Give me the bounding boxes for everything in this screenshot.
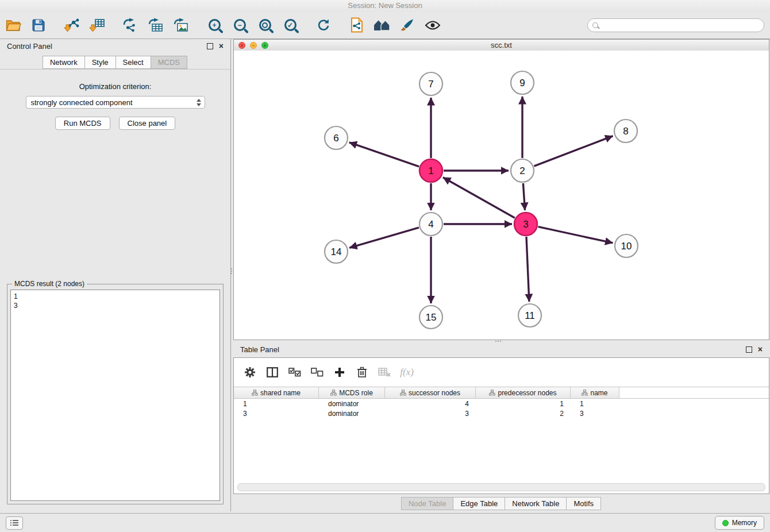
graph-node-4[interactable]: 4 xyxy=(419,213,442,236)
graph-node-3[interactable]: 3 xyxy=(514,213,537,236)
search-input[interactable] xyxy=(602,21,759,30)
save-session-button[interactable] xyxy=(29,15,48,36)
column-header-name[interactable]: name xyxy=(571,387,619,398)
zoom-in-button[interactable]: + xyxy=(205,15,224,36)
table-row[interactable]: 1dominator411 xyxy=(234,399,769,408)
zoom-in-icon: + xyxy=(209,19,221,31)
tab-network-table[interactable]: Network Table xyxy=(505,497,567,510)
main-toolbar: + − ✓ xyxy=(0,11,770,39)
import-network-button[interactable] xyxy=(62,15,82,36)
toolbar-search[interactable] xyxy=(587,18,764,32)
column-header-MCDS-role[interactable]: MCDS role xyxy=(319,387,385,398)
graph-node-10[interactable]: 10 xyxy=(615,234,638,257)
task-history-button[interactable] xyxy=(6,516,23,530)
floppy-disk-icon xyxy=(32,18,45,32)
graph-node-8[interactable]: 8 xyxy=(614,119,637,142)
column-tree-icon xyxy=(582,390,588,396)
graph-node-14[interactable]: 14 xyxy=(325,240,348,263)
tab-style[interactable]: Style xyxy=(84,56,116,69)
mcds-result-groupbox: MCDS result (2 nodes) 13 xyxy=(7,284,224,504)
function-builder-button[interactable]: f(x) xyxy=(400,365,414,379)
graph-edge-2-3[interactable] xyxy=(523,183,525,210)
close-panel-icon[interactable]: × xyxy=(219,43,224,49)
show-columns-button[interactable] xyxy=(265,365,279,379)
graph-node-9[interactable]: 9 xyxy=(511,71,534,94)
delete-column-button[interactable] xyxy=(355,365,369,379)
tab-select[interactable]: Select xyxy=(116,56,151,69)
graph-node-7[interactable]: 7 xyxy=(419,72,442,95)
open-session-button[interactable] xyxy=(3,15,23,36)
svg-text:9: 9 xyxy=(519,78,525,88)
horizontal-scrollbar[interactable] xyxy=(237,483,765,491)
maximize-window-icon[interactable]: + xyxy=(261,42,268,49)
optimization-criterion-dropdown[interactable]: strongly connected component xyxy=(26,96,205,109)
graph-node-1[interactable]: 1 xyxy=(419,159,442,182)
table-cell: 4 xyxy=(385,400,476,408)
select-all-button[interactable] xyxy=(288,365,302,379)
graph-edge-3-11[interactable] xyxy=(526,237,529,302)
network-file-button[interactable] xyxy=(347,15,367,36)
export-network-button[interactable] xyxy=(121,15,140,36)
column-header-label: shared name xyxy=(260,389,301,397)
table-cell: 3 xyxy=(571,410,619,418)
tab-node-table[interactable]: Node Table xyxy=(401,497,454,510)
houses-button[interactable] xyxy=(372,15,392,36)
float-table-panel-icon[interactable] xyxy=(746,346,752,353)
application-window: Session: New Session xyxy=(0,0,770,532)
minimize-window-icon[interactable]: − xyxy=(250,42,257,49)
refresh-layout-button[interactable] xyxy=(314,15,333,36)
export-table-button[interactable] xyxy=(146,15,165,36)
graph-edge-4-14[interactable] xyxy=(349,228,419,248)
network-canvas[interactable]: 1234678910111415 xyxy=(234,51,769,340)
close-window-icon[interactable]: × xyxy=(238,42,245,49)
graph-node-6[interactable]: 6 xyxy=(325,126,348,149)
table-row[interactable]: 3dominator323 xyxy=(234,408,769,418)
svg-text:4: 4 xyxy=(428,219,433,230)
add-column-button[interactable] xyxy=(333,365,346,379)
tab-motifs[interactable]: Motifs xyxy=(566,497,601,510)
export-image-button[interactable] xyxy=(171,15,191,36)
close-panel-button[interactable]: Close panel xyxy=(119,117,176,130)
column-header-predecessor-nodes[interactable]: predecessor nodes xyxy=(476,387,571,398)
svg-text:6: 6 xyxy=(333,133,338,144)
unchecked-boxes-icon xyxy=(311,368,324,377)
tab-edge-table[interactable]: Edge Table xyxy=(453,497,505,510)
float-panel-icon[interactable] xyxy=(207,43,213,49)
graph-node-15[interactable]: 15 xyxy=(419,306,442,329)
mcds-result-list[interactable]: 13 xyxy=(10,290,220,501)
show-details-button[interactable] xyxy=(423,15,442,36)
run-mcds-button[interactable]: Run MCDS xyxy=(55,117,110,130)
deselect-all-button[interactable] xyxy=(310,365,324,379)
tab-network[interactable]: Network xyxy=(43,56,85,69)
control-panel-title: Control Panel xyxy=(7,42,52,51)
graph-edge-3-1[interactable] xyxy=(443,178,515,218)
memory-button[interactable]: Memory xyxy=(715,516,764,530)
table-settings-button[interactable] xyxy=(243,365,257,379)
column-header-shared-name[interactable]: shared name xyxy=(234,387,319,398)
graph-edge-3-10[interactable] xyxy=(538,227,613,243)
network-window-title: scc.txt xyxy=(234,41,769,49)
delete-table-button[interactable] xyxy=(378,365,391,379)
zoom-fit-button[interactable] xyxy=(255,15,275,36)
style-brush-button[interactable] xyxy=(398,15,417,36)
column-tree-icon xyxy=(489,390,495,396)
network-window-titlebar: scc.txt × − + xyxy=(234,40,769,51)
graph-node-11[interactable]: 11 xyxy=(518,304,541,327)
fx-icon: f(x) xyxy=(400,367,414,378)
graph-edge-1-6[interactable] xyxy=(349,142,419,167)
refresh-icon xyxy=(316,18,331,33)
tab-mcds[interactable]: MCDS xyxy=(151,56,187,69)
zoom-selected-button[interactable]: ✓ xyxy=(280,15,300,36)
close-table-panel-icon[interactable]: × xyxy=(758,346,763,353)
zoom-selected-icon: ✓ xyxy=(284,19,297,31)
dropdown-value: strongly connected component xyxy=(31,98,133,107)
column-header-successor-nodes[interactable]: successor nodes xyxy=(385,387,476,398)
zoom-out-button[interactable]: − xyxy=(230,15,249,36)
import-table-button[interactable] xyxy=(87,15,107,36)
graph-node-2[interactable]: 2 xyxy=(511,159,534,182)
column-header-label: predecessor nodes xyxy=(498,389,556,397)
graph-edge-2-8[interactable] xyxy=(534,136,613,167)
vertical-splitter-handle[interactable] xyxy=(230,267,233,275)
network-graph[interactable]: 1234678910111415 xyxy=(234,51,769,340)
column-tree-icon xyxy=(400,390,406,396)
